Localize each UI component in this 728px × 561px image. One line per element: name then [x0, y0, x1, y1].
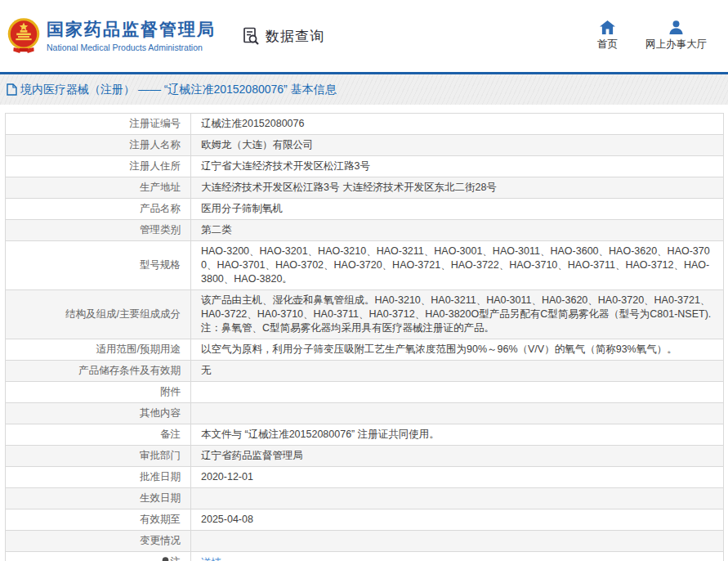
table-row: 批准日期 2020-12-01 [6, 467, 724, 488]
row-label: 注册证编号 [6, 114, 191, 135]
row-label: 注册人住所 [6, 156, 191, 177]
row-value [191, 403, 724, 424]
row-label: 产品储存条件及有效期 [6, 361, 191, 382]
row-value [191, 382, 724, 403]
table-row: 生产地址 大连经济技术开发区松江路3号 大连经济技术开发区东北二街28号 [6, 177, 724, 199]
nav-service-hall[interactable]: 网上办事大厅 [645, 20, 707, 52]
table-row: 管理类别 第二类 [6, 220, 724, 241]
row-label: 产品名称 [6, 199, 191, 220]
note-pin-icon [162, 557, 169, 561]
detail-link[interactable]: 详情 [201, 557, 221, 561]
table-row-note: 注 详情 [6, 552, 724, 561]
table-row: 生效日期 [6, 488, 724, 509]
row-label: 注 [6, 552, 191, 561]
row-value: 2020-12-01 [191, 467, 724, 488]
table-row: 变更情况 [6, 531, 724, 552]
nav-home-label: 首页 [597, 38, 618, 52]
row-label: 生产地址 [6, 177, 191, 199]
row-value: 该产品由主机、湿化壶和鼻氧管组成。HA0-3210、HA0-3211、HA0-3… [191, 290, 724, 339]
table-row: 审批部门 辽宁省药品监督管理局 [6, 446, 724, 467]
row-label: 其他内容 [6, 403, 191, 424]
row-value: 辽械注准20152080076 [191, 114, 724, 135]
table-row: 产品储存条件及有效期 无 [6, 361, 724, 382]
row-value: 辽宁省大连经济技术开发区松江路3号 [191, 156, 724, 177]
table-row: 适用范围/预期用途 以空气为原料，利用分子筛变压吸附工艺生产氧浓度范围为90%～… [6, 339, 724, 361]
row-label: 附件 [6, 382, 191, 403]
header-nav: 首页 网上办事大厅 [597, 20, 707, 52]
row-label: 生效日期 [6, 488, 191, 509]
table-row: 注册人住所 辽宁省大连经济技术开发区松江路3号 [6, 156, 724, 177]
row-value: HAO-3200、HAO-3201、HAO-3210、HAO-3211、HAO-… [191, 241, 724, 290]
registration-info-table-wrap: 注册证编号 辽械注准20152080076 注册人名称 欧姆龙（大连）有限公司 … [0, 105, 728, 561]
table-row: 产品名称 医用分子筛制氧机 [6, 199, 724, 220]
row-value: 医用分子筛制氧机 [191, 199, 724, 220]
data-query-label: 数据查询 [266, 27, 324, 46]
site-logo[interactable]: 国家药品监督管理局 National Medical Products Admi… [7, 17, 216, 55]
home-icon [600, 20, 615, 34]
national-emblem-icon [7, 17, 41, 55]
table-row: 其他内容 [6, 403, 724, 424]
user-icon [668, 20, 684, 34]
row-label: 批准日期 [6, 467, 191, 488]
row-value: 欧姆龙（大连）有限公司 [191, 135, 724, 156]
row-label: 注册人名称 [6, 135, 191, 156]
row-value [191, 531, 724, 552]
table-row: 结构及组成/主要组成成分 该产品由主机、湿化壶和鼻氧管组成。HA0-3210、H… [6, 290, 724, 339]
row-label: 变更情况 [6, 531, 191, 552]
document-search-icon [242, 26, 261, 46]
row-label: 管理类别 [6, 220, 191, 241]
nav-service-hall-label: 网上办事大厅 [645, 38, 707, 52]
page-header: 国家药品监督管理局 National Medical Products Admi… [0, 0, 728, 72]
row-value: 2025-04-08 [191, 509, 724, 531]
org-name-cn: 国家药品监督管理局 [47, 19, 216, 40]
row-label: 适用范围/预期用途 [6, 339, 191, 361]
table-row: 注册人名称 欧姆龙（大连）有限公司 [6, 135, 724, 156]
row-label: 有效期至 [6, 509, 191, 531]
row-value: 无 [191, 361, 724, 382]
row-value: 本文件与 “辽械注准20152080076” 注册证共同使用。 [191, 424, 724, 446]
data-query-section[interactable]: 数据查询 [242, 26, 324, 46]
row-value: 详情 [191, 552, 724, 561]
row-label: 审批部门 [6, 446, 191, 467]
table-row: 型号规格 HAO-3200、HAO-3201、HAO-3210、HAO-3211… [6, 241, 724, 290]
registration-info-table: 注册证编号 辽械注准20152080076 注册人名称 欧姆龙（大连）有限公司 … [5, 113, 724, 561]
row-label: 备注 [6, 424, 191, 446]
row-label: 结构及组成/主要组成成分 [6, 290, 191, 339]
row-value: 辽宁省药品监督管理局 [191, 446, 724, 467]
row-label: 型号规格 [6, 241, 191, 290]
row-value: 以空气为原料，利用分子筛变压吸附工艺生产氧浓度范围为90%～96%（V/V）的氧… [191, 339, 724, 361]
table-row: 有效期至 2025-04-08 [6, 509, 724, 531]
table-row: 注册证编号 辽械注准20152080076 [6, 114, 724, 135]
nav-home[interactable]: 首页 [597, 20, 618, 52]
table-row: 备注 本文件与 “辽械注准20152080076” 注册证共同使用。 [6, 424, 724, 446]
breadcrumb: 境内医疗器械（注册） —— “辽械注准20152080076” 基本信息 [0, 74, 728, 105]
row-value: 大连经济技术开发区松江路3号 大连经济技术开发区东北二街28号 [191, 177, 724, 199]
breadcrumb-text: 境内医疗器械（注册） —— “辽械注准20152080076” 基本信息 [20, 83, 337, 97]
row-value [191, 488, 724, 509]
document-icon [7, 83, 17, 96]
row-value: 第二类 [191, 220, 724, 241]
note-label: 注 [171, 556, 181, 561]
table-row: 附件 [6, 382, 724, 403]
org-name-en: National Medical Products Administration [47, 42, 216, 53]
